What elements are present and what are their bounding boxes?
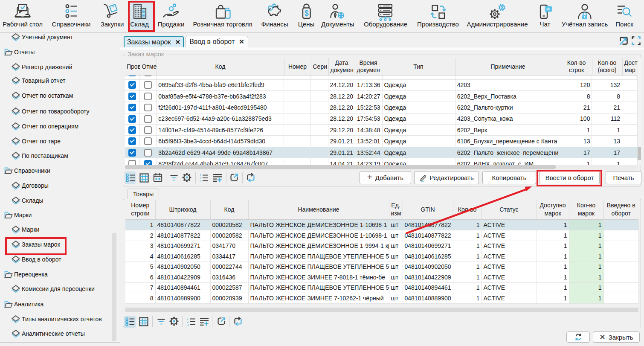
svg-text:3: 3 [200,179,201,183]
svg-text:3: 3 [187,323,189,327]
